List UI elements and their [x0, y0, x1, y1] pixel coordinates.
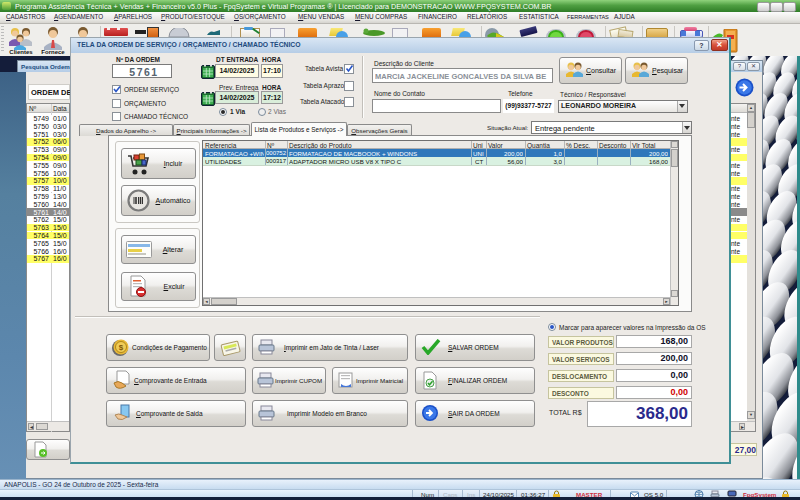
svg-text:$: $: [119, 343, 124, 352]
